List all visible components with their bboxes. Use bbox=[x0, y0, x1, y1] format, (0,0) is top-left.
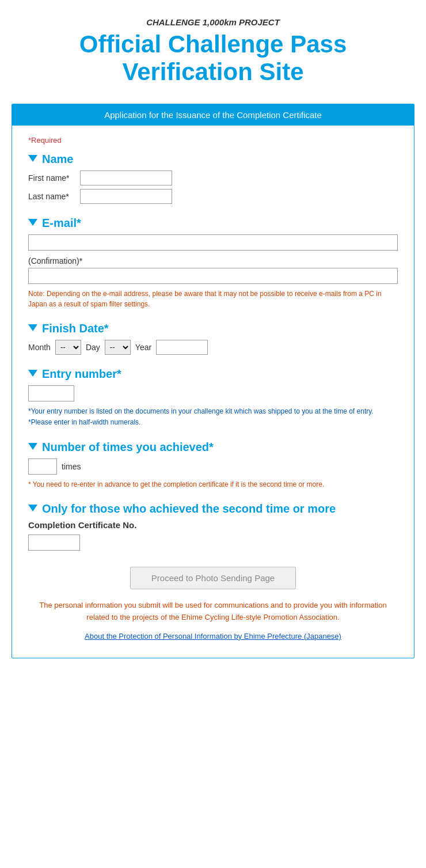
email-note: Note: Depending on the e-mail address, p… bbox=[28, 289, 398, 309]
confirmation-label: (Confirmation)* bbox=[28, 256, 398, 266]
entry-note1: *Your entry number is listed on the docu… bbox=[28, 406, 398, 428]
times-note: * You need to re-enter in advance to get… bbox=[28, 479, 398, 490]
times-section: Number of times you achieved* times * Yo… bbox=[28, 441, 398, 490]
email-section: E-mail* (Confirmation)* Note: Depending … bbox=[28, 217, 398, 309]
page-wrapper: CHALLENGE 1,000km PROJECT Official Chall… bbox=[0, 0, 426, 676]
triangle-icon-second bbox=[28, 505, 37, 511]
month-label: Month bbox=[28, 343, 51, 352]
form-body: *Required Name First name* Last name* bbox=[12, 136, 414, 640]
last-name-input[interactable] bbox=[80, 189, 172, 204]
triangle-icon-email bbox=[28, 219, 37, 226]
header: CHALLENGE 1,000km PROJECT Official Chall… bbox=[12, 17, 414, 86]
form-container: Application for the Issuance of the Comp… bbox=[12, 104, 414, 658]
email-input[interactable] bbox=[28, 234, 398, 251]
header-subtitle: CHALLENGE 1,000km PROJECT bbox=[12, 17, 414, 27]
day-label: Day bbox=[86, 343, 100, 352]
times-section-title: Number of times you achieved* bbox=[28, 441, 398, 454]
entry-number-title: Entry number* bbox=[28, 367, 398, 381]
header-title-line1: Official Challenge Pass bbox=[79, 31, 347, 58]
year-label: Year bbox=[135, 343, 151, 352]
last-name-row: Last name* bbox=[28, 189, 398, 204]
first-name-row: First name* bbox=[28, 170, 398, 185]
privacy-link-anchor[interactable]: About the Protection of Personal Informa… bbox=[85, 632, 341, 640]
entry-number-input[interactable] bbox=[28, 385, 74, 401]
header-title-line2: Verification Site bbox=[122, 58, 303, 85]
cert-label: Completion Certificate No. bbox=[28, 520, 398, 530]
email-section-title: E-mail* bbox=[28, 217, 398, 230]
form-banner: Application for the Issuance of the Comp… bbox=[12, 104, 414, 126]
finish-date-row: Month -- 01020304 05060708 09101112 Day … bbox=[28, 340, 398, 355]
triangle-icon-entry bbox=[28, 370, 37, 377]
privacy-link: About the Protection of Personal Informa… bbox=[28, 632, 398, 640]
first-name-input[interactable] bbox=[80, 170, 172, 185]
second-time-section: Only for those who achieved the second t… bbox=[28, 502, 398, 551]
privacy-note: The personal information you submit will… bbox=[28, 600, 398, 624]
submit-button[interactable]: Proceed to Photo Sending Page bbox=[130, 567, 296, 589]
year-input[interactable] bbox=[156, 340, 208, 355]
triangle-icon-times bbox=[28, 443, 37, 450]
header-title: Official Challenge Pass Verification Sit… bbox=[12, 31, 414, 86]
first-name-label: First name* bbox=[28, 173, 80, 183]
cert-number-input[interactable] bbox=[28, 535, 80, 551]
last-name-label: Last name* bbox=[28, 192, 80, 201]
name-section-title: Name bbox=[28, 153, 398, 166]
name-section: Name First name* Last name* bbox=[28, 153, 398, 204]
email-confirmation-input[interactable] bbox=[28, 268, 398, 284]
finish-date-title: Finish Date* bbox=[28, 322, 398, 335]
second-time-title: Only for those who achieved the second t… bbox=[28, 502, 398, 516]
entry-number-section: Entry number* *Your entry number is list… bbox=[28, 367, 398, 428]
finish-date-section: Finish Date* Month -- 01020304 05060708 … bbox=[28, 322, 398, 355]
triangle-icon-date bbox=[28, 324, 37, 331]
day-select[interactable]: -- 0102030405 0607080910 1112131415 1617… bbox=[105, 340, 131, 355]
times-input[interactable] bbox=[28, 458, 57, 475]
required-note: *Required bbox=[28, 136, 398, 145]
triangle-icon bbox=[28, 155, 37, 162]
submit-area: Proceed to Photo Sending Page bbox=[28, 567, 398, 589]
times-row: times bbox=[28, 458, 398, 475]
times-label: times bbox=[62, 462, 81, 471]
month-select[interactable]: -- 01020304 05060708 09101112 bbox=[55, 340, 81, 355]
